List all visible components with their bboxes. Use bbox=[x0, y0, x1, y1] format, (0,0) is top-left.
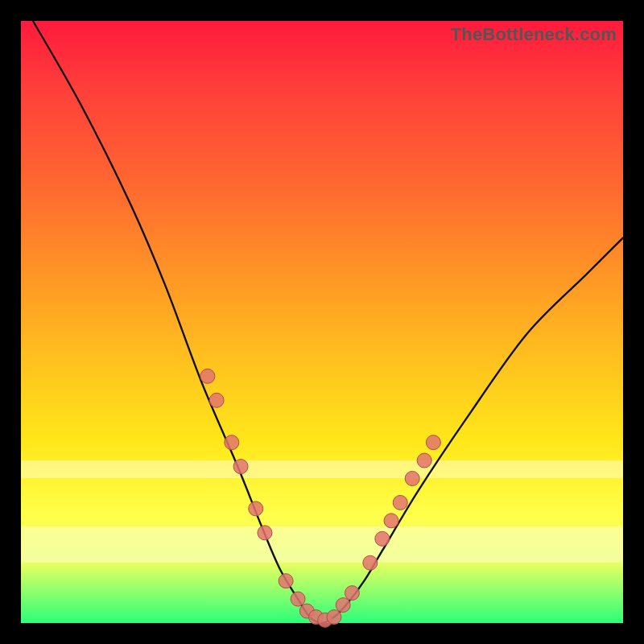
chart-frame: TheBottleneck.com bbox=[0, 0, 644, 644]
data-marker bbox=[279, 574, 293, 588]
data-marker bbox=[327, 610, 341, 625]
curve-layer bbox=[21, 21, 623, 623]
data-marker bbox=[209, 393, 224, 407]
data-marker bbox=[258, 526, 272, 540]
marker-group bbox=[200, 369, 441, 627]
plot-area: TheBottleneck.com bbox=[21, 21, 623, 623]
data-marker bbox=[393, 495, 407, 510]
data-marker bbox=[233, 460, 248, 474]
data-marker bbox=[291, 592, 305, 606]
data-marker bbox=[384, 514, 398, 528]
bottleneck-curve bbox=[33, 21, 623, 623]
data-marker bbox=[375, 531, 390, 546]
data-marker bbox=[225, 436, 239, 450]
data-marker bbox=[345, 586, 359, 601]
data-marker bbox=[405, 471, 419, 485]
data-marker bbox=[426, 436, 440, 450]
data-marker bbox=[200, 369, 215, 383]
data-marker bbox=[363, 555, 378, 570]
data-marker bbox=[336, 598, 350, 613]
data-marker bbox=[249, 502, 263, 516]
data-marker bbox=[417, 453, 431, 468]
